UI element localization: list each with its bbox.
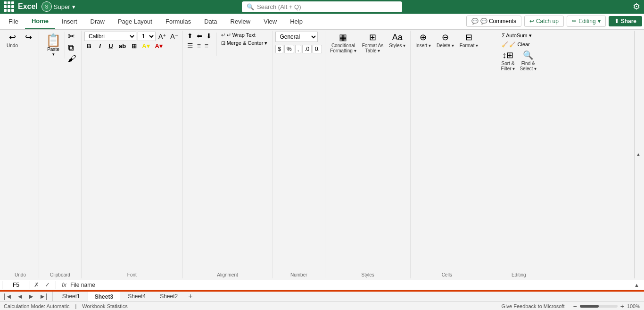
- formula-input[interactable]: [70, 282, 629, 288]
- tab-file[interactable]: File: [2, 14, 25, 29]
- search-icon: 🔍: [247, 3, 254, 10]
- catchup-button[interactable]: ↩ Catch up: [524, 16, 564, 27]
- ribbon-group-alignment: ⬆ ⬅ ⬇ ☰ ≡ ≡ ↵↵ Wrap Text ⊡ Merge & Cente…: [183, 31, 273, 278]
- sheet-tab-sheet1[interactable]: Sheet1: [56, 291, 87, 302]
- app-name: Excel: [18, 2, 38, 11]
- decrease-decimal-button[interactable]: 0.: [313, 45, 322, 53]
- insert-button[interactable]: ⊕ Insert ▾: [413, 32, 433, 50]
- wrap-text-label: ↵ Wrap Text: [227, 32, 256, 38]
- feedback-link[interactable]: Give Feedback to Microsoft: [502, 303, 565, 309]
- formula-expand-button[interactable]: ▲: [631, 282, 642, 288]
- zoom-slider[interactable]: [580, 305, 618, 308]
- formula-confirm-icon[interactable]: ✓: [43, 281, 52, 288]
- redo-button[interactable]: ↪: [21, 32, 36, 44]
- sheet-nav-prev[interactable]: ◄: [15, 292, 25, 301]
- align-top-button[interactable]: ⬆: [186, 32, 194, 40]
- tab-draw[interactable]: Draw: [84, 14, 111, 29]
- sheet-tab-sheet4[interactable]: Sheet4: [121, 291, 152, 302]
- number-format-select[interactable]: General: [275, 32, 318, 42]
- align-bottom-button[interactable]: ⬇: [205, 32, 213, 40]
- profile-button[interactable]: S Super ▾: [41, 1, 75, 12]
- waffle-icon[interactable]: [4, 1, 14, 12]
- paste-label: Paste: [47, 47, 59, 52]
- ribbon-collapse-button[interactable]: ▲: [635, 31, 642, 278]
- tab-insert[interactable]: Insert: [55, 14, 84, 29]
- sheet-tab-sheet3[interactable]: Sheet3: [88, 291, 120, 302]
- align-left-button[interactable]: ☰: [186, 42, 195, 50]
- editing-button[interactable]: ✏ Editing ▾: [567, 16, 606, 27]
- conditional-formatting-button[interactable]: ▦ ConditionalFormatting ▾: [328, 32, 358, 55]
- copy-button[interactable]: ⧉: [66, 43, 78, 53]
- sheet-divider: [52, 292, 53, 301]
- sheet-nav-last[interactable]: ►|: [37, 292, 50, 301]
- tab-data[interactable]: Data: [198, 14, 223, 29]
- find-select-button[interactable]: 🔍 Find &Select ▾: [518, 50, 538, 73]
- formula-check-icon[interactable]: ✗: [32, 281, 41, 288]
- strikethrough-button[interactable]: ab: [117, 42, 128, 50]
- comments-button[interactable]: 💬 💬 Comments: [466, 16, 521, 27]
- paste-button[interactable]: 📋 Paste ▾: [42, 32, 65, 59]
- cut-button[interactable]: ✂: [66, 32, 78, 42]
- bold-button[interactable]: B: [84, 42, 94, 50]
- sheet-nav-first[interactable]: |◄: [2, 292, 14, 301]
- font-shrink-button[interactable]: A⁻: [169, 32, 179, 41]
- tab-formulas[interactable]: Formulas: [159, 14, 198, 29]
- search-bar[interactable]: 🔍: [242, 1, 402, 12]
- align-right-button[interactable]: ≡: [203, 42, 210, 50]
- sheet-tabs: |◄ ◄ ► ►| Sheet1 Sheet3 Sheet4 Sheet2 +: [0, 290, 644, 302]
- format-button[interactable]: ⊟ Format ▾: [458, 32, 480, 50]
- ribbon-group-cells: ⊕ Insert ▾ ⊖ Delete ▾ ⊟ Format ▾ Cells: [411, 31, 483, 278]
- italic-button[interactable]: I: [95, 42, 105, 50]
- tab-view[interactable]: View: [257, 14, 283, 29]
- delete-button[interactable]: ⊖ Delete ▾: [435, 32, 456, 50]
- share-icon: ⬆: [614, 18, 619, 25]
- formula-bar: ✗ ✓ fx ▲: [0, 280, 644, 290]
- group-label-number: Number: [272, 271, 325, 277]
- sheet-nav-next[interactable]: ►: [26, 292, 36, 301]
- styles-button[interactable]: Aa Styles ▾: [387, 32, 407, 50]
- border-button[interactable]: ⊞: [129, 42, 139, 50]
- sort-filter-button[interactable]: ↕⊞ Sort &Filter ▾: [499, 50, 517, 73]
- format-as-table-button[interactable]: ⊞ Format AsTable ▾: [360, 32, 386, 55]
- align-center-button[interactable]: ≡: [196, 42, 202, 50]
- settings-icon[interactable]: ⚙: [633, 1, 640, 12]
- title-bar-center: 🔍: [163, 1, 481, 12]
- status-right: Give Feedback to Microsoft − + 100%: [502, 302, 640, 310]
- cell-name-box[interactable]: [2, 281, 30, 289]
- add-sheet-button[interactable]: +: [185, 291, 195, 302]
- undo-button[interactable]: ↩Undo: [5, 32, 20, 50]
- zoom-controls: − + 100%: [572, 302, 640, 310]
- zoom-in-button[interactable]: +: [619, 302, 625, 310]
- group-label-font: Font: [82, 271, 182, 277]
- underline-button[interactable]: U: [106, 42, 116, 50]
- title-bar-left: Excel S Super ▾: [4, 1, 163, 12]
- group-label-styles: Styles: [325, 271, 410, 277]
- sheet-tab-sheet2[interactable]: Sheet2: [153, 291, 184, 302]
- increase-decimal-button[interactable]: .0: [302, 45, 312, 53]
- font-color-button[interactable]: A▾: [153, 42, 165, 50]
- tab-page-layout[interactable]: Page Layout: [111, 14, 159, 29]
- share-button[interactable]: ⬆ Share: [609, 16, 642, 26]
- clear-label: 🧹 Clear: [509, 42, 529, 48]
- tab-help[interactable]: Help: [283, 14, 309, 29]
- workbook-stats-button[interactable]: Workbook Statistics: [82, 303, 127, 309]
- comma-button[interactable]: ,: [295, 45, 301, 53]
- percent-button[interactable]: %: [284, 45, 294, 53]
- format-painter-button[interactable]: 🖌: [66, 54, 78, 64]
- avatar: S: [41, 1, 52, 12]
- tab-review[interactable]: Review: [224, 14, 257, 29]
- font-grow-button[interactable]: A⁺: [157, 32, 167, 41]
- merge-center-button[interactable]: ⊡ Merge & Center ▾: [219, 40, 270, 47]
- fill-color-button[interactable]: A▾: [140, 42, 151, 50]
- zoom-out-button[interactable]: −: [572, 302, 578, 310]
- editing-label: Editing: [578, 18, 596, 25]
- align-middle-button[interactable]: ⬅: [195, 32, 204, 40]
- tab-home[interactable]: Home: [25, 14, 55, 29]
- font-size-select[interactable]: 11: [138, 32, 156, 41]
- search-input[interactable]: [257, 3, 397, 10]
- wrap-text-button[interactable]: ↵↵ Wrap Text: [219, 32, 270, 39]
- dollar-button[interactable]: $: [275, 45, 283, 53]
- font-name-select[interactable]: Calibri: [84, 32, 136, 41]
- autosum-button[interactable]: Σ AutoSum ▾: [499, 32, 538, 40]
- clear-button[interactable]: 🧹 🧹 Clear: [499, 41, 538, 49]
